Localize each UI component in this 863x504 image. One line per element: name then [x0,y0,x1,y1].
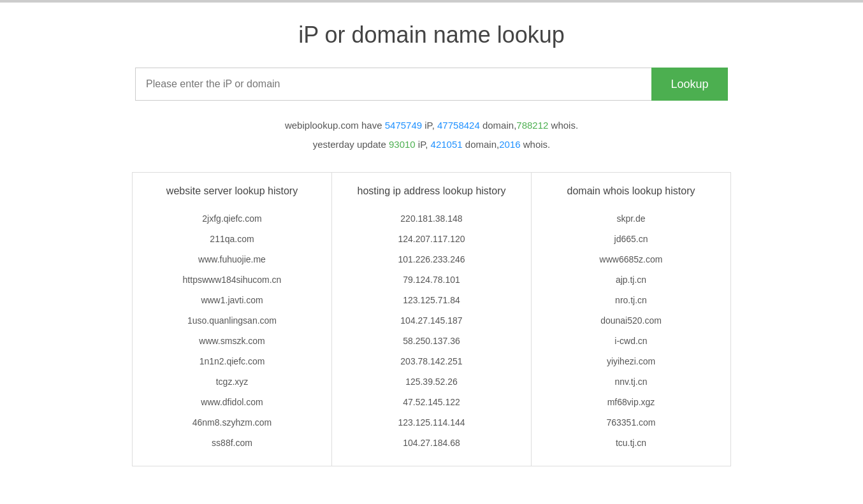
list-item[interactable]: 763351.com [538,412,724,433]
list-item[interactable]: 124.207.117.120 [338,229,525,249]
yesterday-ip-suffix: iP, [416,139,431,150]
history-column-hosting: hosting ip address lookup history220.181… [331,172,531,466]
yesterday-whois-suffix: whois. [521,139,551,150]
list-item[interactable]: 58.250.137.36 [338,331,525,351]
list-item[interactable]: www1.javti.com [139,290,325,310]
stats-prefix: webiplookup.com have [285,120,385,131]
lookup-button[interactable]: Lookup [651,68,728,101]
list-item[interactable]: www.dfidol.com [139,392,325,412]
list-item[interactable]: httpswww184sihucom.cn [139,270,325,290]
yesterday-domain[interactable]: 421051 [431,139,463,150]
whois-count[interactable]: 788212 [516,120,548,131]
list-item[interactable]: 125.39.52.26 [338,371,525,392]
list-item[interactable]: ajp.tj.cn [538,270,724,290]
yesterday-prefix: yesterday update [313,139,389,150]
list-item[interactable]: 220.181.38.148 [338,208,525,229]
history-column-website: website server lookup history2jxfg.qiefc… [132,172,331,466]
list-item[interactable]: 203.78.142.251 [338,351,525,371]
domain-count[interactable]: 47758424 [437,120,480,131]
stats-line-2: yesterday update 93010 iP, 421051 domain… [285,135,578,154]
page-title: iP or domain name lookup [298,22,565,48]
list-item[interactable]: 79.124.78.101 [338,270,525,290]
list-item[interactable]: dounai520.com [538,310,724,331]
list-item[interactable]: www6685z.com [538,249,724,270]
list-item[interactable]: 123.125.114.144 [338,412,525,433]
list-item[interactable]: 46nm8.szyhzm.com [139,412,325,433]
list-item[interactable]: 211qa.com [139,229,325,249]
list-item[interactable]: www.fuhuojie.me [139,249,325,270]
list-item[interactable]: 1uso.quanlingsan.com [139,310,325,331]
history-column-title-whois: domain whois lookup history [538,185,724,197]
ip-count[interactable]: 5475749 [385,120,422,131]
list-item[interactable]: yiyihezi.com [538,351,724,371]
search-input[interactable] [135,68,651,101]
domain-suffix: domain, [480,120,517,131]
list-item[interactable]: 101.226.233.246 [338,249,525,270]
whois-suffix: whois. [548,120,578,131]
history-section: website server lookup history2jxfg.qiefc… [132,172,731,466]
yesterday-ip[interactable]: 93010 [389,139,416,150]
history-column-whois: domain whois lookup historyskpr.dejd665.… [531,172,731,466]
list-item[interactable]: 47.52.145.122 [338,392,525,412]
list-item[interactable]: 104.27.145.187 [338,310,525,331]
stats-line-1: webiplookup.com have 5475749 iP, 4775842… [285,116,578,135]
ip-suffix: iP, [422,120,437,131]
list-item[interactable]: skpr.de [538,208,724,229]
list-item[interactable]: nro.tj.cn [538,290,724,310]
list-item[interactable]: 123.125.71.84 [338,290,525,310]
list-item[interactable]: i-cwd.cn [538,331,724,351]
history-column-title-hosting: hosting ip address lookup history [338,185,525,197]
history-column-title-website: website server lookup history [139,185,325,197]
list-item[interactable]: 2jxfg.qiefc.com [139,208,325,229]
list-item[interactable]: jd665.cn [538,229,724,249]
page-wrapper: iP or domain name lookup Lookup webiploo… [0,3,863,466]
list-item[interactable]: mf68vip.xgz [538,392,724,412]
search-bar: Lookup [135,68,728,101]
list-item[interactable]: www.smszk.com [139,331,325,351]
list-item[interactable]: nnv.tj.cn [538,371,724,392]
list-item[interactable]: 1n1n2.qiefc.com [139,351,325,371]
list-item[interactable]: 104.27.184.68 [338,433,525,453]
list-item[interactable]: tcu.tj.cn [538,433,724,453]
yesterday-domain-suffix: domain, [463,139,500,150]
stats-section: webiplookup.com have 5475749 iP, 4775842… [285,116,578,154]
yesterday-whois[interactable]: 2016 [499,139,520,150]
list-item[interactable]: tcgz.xyz [139,371,325,392]
list-item[interactable]: ss88f.com [139,433,325,453]
